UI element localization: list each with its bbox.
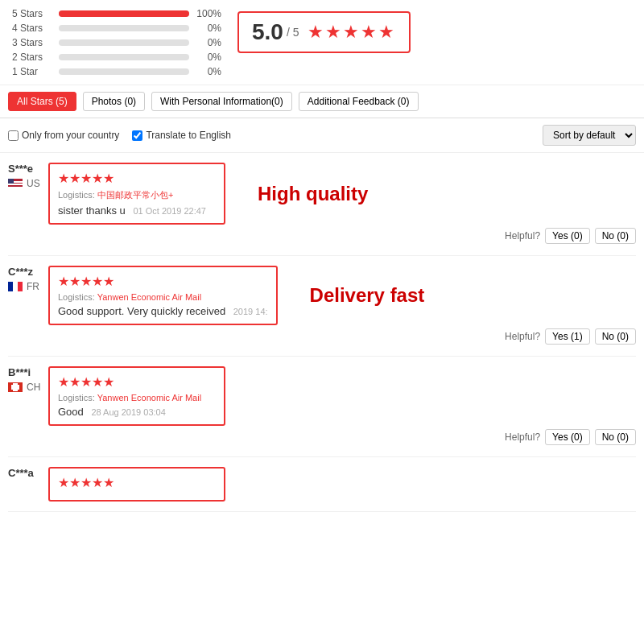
overall-stars: ★★★★★ <box>308 22 396 43</box>
review-date: 01 Oct 2019 22:47 <box>133 206 206 216</box>
review-stars: ★★★★★ <box>58 374 216 390</box>
star-bar-bg <box>59 10 189 17</box>
star-bar-row: 3 Stars 0% <box>12 37 221 48</box>
reviewer-name: C***a <box>8 467 48 479</box>
helpful-label: Helpful? <box>505 431 540 443</box>
review-annotation: High quality <box>258 183 368 205</box>
translate-filter-label[interactable]: Translate to English <box>132 130 231 141</box>
review-stars: ★★★★★ <box>58 475 216 490</box>
star-bar-row: 2 Stars 0% <box>12 52 221 63</box>
star-bars: 5 Stars 100% 4 Stars 0% 3 Stars 0% 2 Sta… <box>12 8 221 80</box>
star-pct: 0% <box>196 66 221 77</box>
star-bar-bg <box>59 39 189 46</box>
filter-tabs-row: All Stars (5)Photos (0)With Personal Inf… <box>0 85 644 118</box>
helpful-no-button[interactable]: No (0) <box>595 228 636 244</box>
logistics-value: 中国邮政平常小包+ <box>97 190 173 200</box>
ratings-section: 5 Stars 100% 4 Stars 0% 3 Stars 0% 2 Sta… <box>0 0 644 85</box>
reviewer-name: B***i <box>8 366 48 378</box>
reviews-list: S***e US ★★★★★ Logistics: 中国邮政平常小包+ sist… <box>0 153 644 512</box>
reviewer-country: US <box>8 178 48 189</box>
reviewer-country: FR <box>8 281 48 292</box>
star-label: 4 Stars <box>12 23 52 34</box>
review-date: 2019 14: <box>233 307 268 316</box>
review-wrapper: B***i CH ★★★★★ Logistics: Yanwen Economi… <box>8 366 636 426</box>
filter-tab[interactable]: Photos (0) <box>83 92 145 111</box>
country-flag <box>8 282 23 291</box>
star-bar-bg <box>59 68 189 75</box>
translate-filter-text: Translate to English <box>146 130 231 141</box>
review-box: ★★★★★ Logistics: Yanwen Economic Air Mai… <box>48 266 278 325</box>
country-code: CH <box>27 382 40 393</box>
star-bar-bg <box>59 54 189 60</box>
review-item: B***i CH ★★★★★ Logistics: Yanwen Economi… <box>8 357 636 457</box>
country-code: US <box>27 178 40 189</box>
filter-options-row: Only from your country Translate to Engl… <box>0 118 644 153</box>
helpful-row: Helpful? Yes (0) No (0) <box>8 426 636 447</box>
review-logistics: Logistics: Yanwen Economic Air Mail <box>58 292 268 302</box>
review-box: ★★★★★ Logistics: Yanwen Economic Air Mai… <box>48 366 225 426</box>
helpful-label: Helpful? <box>505 331 540 342</box>
country-flag <box>8 179 23 188</box>
country-filter-text: Only from your country <box>22 130 119 141</box>
review-text-line: sister thanks u 01 Oct 2019 22:47 <box>58 204 216 217</box>
star-bar-bg <box>59 25 189 31</box>
star-pct: 0% <box>196 23 221 34</box>
star-bar-row: 4 Stars 0% <box>12 23 221 34</box>
overall-score: 5.0 <box>252 19 283 45</box>
helpful-label: Helpful? <box>505 230 540 242</box>
review-box: ★★★★★ Logistics: 中国邮政平常小包+ sister thanks… <box>48 163 225 225</box>
review-wrapper: S***e US ★★★★★ Logistics: 中国邮政平常小包+ sist… <box>8 163 636 225</box>
star-bar-fill <box>59 10 189 17</box>
logistics-value: Yanwen Economic Air Mail <box>97 292 201 302</box>
review-wrapper: C***z FR ★★★★★ Logistics: Yanwen Economi… <box>8 266 636 325</box>
review-item: S***e US ★★★★★ Logistics: 中国邮政平常小包+ sist… <box>8 153 636 256</box>
overall-denom: / 5 <box>287 26 299 39</box>
review-text: Good support. Very quickly received <box>58 305 225 317</box>
overall-rating-box: 5.0 / 5 ★★★★★ <box>237 11 411 53</box>
translate-filter-checkbox[interactable] <box>132 130 142 141</box>
star-bar-row: 5 Stars 100% <box>12 8 221 19</box>
review-item: C***a ★★★★★ <box>8 457 636 512</box>
filter-tab[interactable]: Additional Feedback (0) <box>299 92 419 111</box>
reviewer-name: S***e <box>8 163 48 175</box>
country-code: FR <box>27 281 39 292</box>
review-annotation: Delivery fast <box>310 284 425 307</box>
reviewer-name: C***z <box>8 266 48 278</box>
star-pct: 0% <box>196 52 221 63</box>
review-box: ★★★★★ <box>48 467 225 502</box>
helpful-yes-button[interactable]: Yes (1) <box>545 328 590 345</box>
star-label: 3 Stars <box>12 37 52 48</box>
reviewer-country: CH <box>8 382 48 393</box>
review-text-line: Good support. Very quickly received 2019… <box>58 305 268 317</box>
filter-tab[interactable]: With Personal Information(0) <box>151 92 292 111</box>
star-label: 5 Stars <box>12 8 52 19</box>
logistics-value: Yanwen Economic Air Mail <box>97 393 201 402</box>
review-stars: ★★★★★ <box>58 171 216 186</box>
review-logistics: Logistics: Yanwen Economic Air Mail <box>58 393 216 402</box>
helpful-row: Helpful? Yes (0) No (0) <box>8 225 636 246</box>
helpful-yes-button[interactable]: Yes (0) <box>545 228 590 244</box>
country-filter-label[interactable]: Only from your country <box>8 130 119 141</box>
review-item: C***z FR ★★★★★ Logistics: Yanwen Economi… <box>8 256 636 357</box>
star-pct: 100% <box>196 8 221 19</box>
star-label: 2 Stars <box>12 52 52 63</box>
helpful-no-button[interactable]: No (0) <box>595 328 636 345</box>
review-date: 28 Aug 2019 03:04 <box>91 407 165 417</box>
helpful-yes-button[interactable]: Yes (0) <box>545 429 590 445</box>
helpful-row: Helpful? Yes (1) No (0) <box>8 325 636 346</box>
review-text: sister thanks u <box>58 204 126 217</box>
review-text: Good <box>58 406 84 418</box>
review-logistics: Logistics: 中国邮政平常小包+ <box>58 189 216 201</box>
review-text-line: Good 28 Aug 2019 03:04 <box>58 406 216 418</box>
filter-tab[interactable]: All Stars (5) <box>8 92 76 111</box>
helpful-no-button[interactable]: No (0) <box>595 429 636 445</box>
star-label: 1 Star <box>12 66 52 77</box>
country-flag <box>8 382 23 392</box>
star-pct: 0% <box>196 37 221 48</box>
star-bar-row: 1 Star 0% <box>12 66 221 77</box>
sort-select[interactable]: Sort by defaultMost recentMost helpful <box>543 125 636 146</box>
country-filter-checkbox[interactable] <box>8 130 19 141</box>
review-stars: ★★★★★ <box>58 274 268 289</box>
